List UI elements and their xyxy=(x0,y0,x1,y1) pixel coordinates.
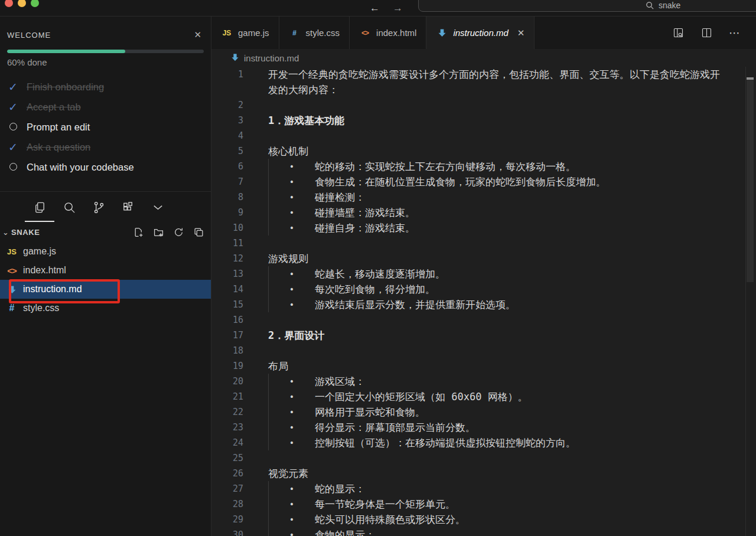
file-tree: JSgame.js<>index.htmlinstruction.md#styl… xyxy=(0,242,211,318)
file-tree-item-instruction-md[interactable]: instruction.md xyxy=(0,280,211,299)
line-text: 每一节蛇身体是一个矩形单元。 xyxy=(315,498,455,511)
line-number: 7 xyxy=(211,177,243,187)
onboarding-item[interactable]: Prompt an edit xyxy=(7,117,204,137)
code-line: 29•蛇头可以用特殊颜色或形状区分。 xyxy=(211,512,756,527)
line-number: 11 xyxy=(211,238,243,249)
line-text: 蛇的移动：实现蛇按上下左右方向键移动，每次移动一格。 xyxy=(315,160,576,174)
navigate-forward-icon[interactable]: → xyxy=(393,2,403,14)
onboarding-item[interactable]: ✓Accept a tab xyxy=(7,97,204,117)
code-line: 16 xyxy=(211,312,756,328)
line-text: 蛇的显示： xyxy=(315,482,365,496)
code-line: 30•食物的显示： xyxy=(211,527,756,536)
breadcrumb[interactable]: instruction.md xyxy=(211,49,756,67)
refresh-icon[interactable] xyxy=(174,227,184,237)
check-icon: ✓ xyxy=(7,140,19,154)
line-text: 碰撞墙壁：游戏结束。 xyxy=(315,206,415,220)
tab-game-js[interactable]: JSgame.js xyxy=(211,17,279,49)
line-number: 8 xyxy=(211,192,243,202)
line-number: 16 xyxy=(211,315,243,325)
new-file-icon[interactable] xyxy=(133,227,144,237)
markdown-file-icon xyxy=(231,53,239,63)
file-name: style.css xyxy=(23,303,59,313)
html-file-icon: <> xyxy=(6,266,18,276)
tab-style-css[interactable]: #style.css xyxy=(279,17,350,49)
explorer-view-icon[interactable] xyxy=(25,192,54,223)
line-text: 得分显示：屏幕顶部显示当前分数。 xyxy=(315,421,475,434)
line-text: 布局 xyxy=(268,359,288,373)
command-center-searchbox[interactable]: snake xyxy=(418,0,756,12)
bullet-icon: • xyxy=(269,438,315,447)
line-text: 控制按钮（可选）：在移动端提供虚拟按钮控制蛇的方向。 xyxy=(315,436,576,450)
close-tab-icon[interactable]: ✕ xyxy=(517,28,525,38)
line-number: 28 xyxy=(211,499,243,509)
onboarding-item[interactable]: Chat with your codebase xyxy=(7,157,204,177)
line-text: 发的大纲内容： xyxy=(268,83,338,97)
line-number: 1 xyxy=(211,69,243,80)
editor-group: JSgame.js#style.css<>index.htmlinstructi… xyxy=(211,17,756,536)
bullet-icon: • xyxy=(269,407,315,417)
activity-bar xyxy=(0,192,211,223)
progress-fill xyxy=(7,50,125,53)
onboarding-item-label: Ask a question xyxy=(27,142,90,153)
bullet-icon: • xyxy=(269,499,315,509)
file-tree-item-game-js[interactable]: JSgame.js xyxy=(0,242,211,261)
tab-instruction-md[interactable]: instruction.md✕ xyxy=(426,17,535,49)
line-number: 18 xyxy=(211,345,243,356)
tab-label: index.html xyxy=(376,28,416,38)
line-text: 蛇越长，移动速度逐渐增加。 xyxy=(315,267,445,281)
source-control-icon[interactable] xyxy=(84,192,113,223)
line-text: 游戏规则 xyxy=(268,252,308,266)
split-editor-icon[interactable] xyxy=(700,27,713,39)
explorer-panel: ⌄ SNAKE JSgame.js<>index.htmlinstruction… xyxy=(0,223,211,318)
line-number: 6 xyxy=(211,161,243,172)
code-line: 8•碰撞检测： xyxy=(211,189,756,205)
onboarding-item[interactable]: ✓Finish onboarding xyxy=(7,77,204,97)
search-view-icon[interactable] xyxy=(54,192,84,223)
code-line: 31．游戏基本功能 xyxy=(211,113,756,128)
tab-label: instruction.md xyxy=(453,28,508,38)
code-line: 23•得分显示：屏幕顶部显示当前分数。 xyxy=(211,420,756,435)
code-line: 2 xyxy=(211,97,756,113)
onboarding-item[interactable]: ✓Ask a question xyxy=(7,137,204,157)
maximize-window-icon[interactable] xyxy=(31,0,39,7)
file-tree-item-index-html[interactable]: <>index.html xyxy=(0,261,211,280)
code-line: 11 xyxy=(211,236,756,251)
line-text: 蛇头可以用特殊颜色或形状区分。 xyxy=(315,513,465,527)
line-text: 2．界面设计 xyxy=(268,329,324,342)
extensions-icon[interactable] xyxy=(113,192,143,223)
js-file-icon: JS xyxy=(6,247,18,256)
css-file-icon: # xyxy=(6,303,18,313)
line-number: 25 xyxy=(211,453,243,463)
line-text: 食物生成：在随机位置生成食物，玩家的蛇吃到食物后长度增加。 xyxy=(315,175,606,189)
open-preview-icon[interactable] xyxy=(672,27,685,39)
line-number: 14 xyxy=(211,284,243,295)
section-chevron-icon[interactable]: ⌄ xyxy=(2,228,9,237)
line-text: 游戏结束后显示分数，并提供重新开始选项。 xyxy=(315,298,516,312)
line-number: 30 xyxy=(211,530,243,536)
tab-index-html[interactable]: <>index.html xyxy=(350,17,426,49)
window-controls xyxy=(5,0,39,7)
close-icon[interactable]: ✕ xyxy=(191,30,204,40)
chevron-down-icon[interactable] xyxy=(143,192,172,223)
welcome-title: WELCOME xyxy=(7,31,51,40)
line-number: 17 xyxy=(211,330,243,341)
file-tree-item-style-css[interactable]: #style.css xyxy=(0,299,211,318)
new-folder-icon[interactable] xyxy=(154,227,164,237)
minimize-window-icon[interactable] xyxy=(18,0,26,7)
html-file-icon: <> xyxy=(359,29,371,37)
onboarding-item-label: Finish onboarding xyxy=(27,81,104,93)
code-line: 10•碰撞自身：游戏结束。 xyxy=(211,220,756,236)
scrollbar-thumb[interactable] xyxy=(747,80,754,282)
collapse-all-icon[interactable] xyxy=(194,227,204,237)
code-editor[interactable]: 1开发一个经典的贪吃蛇游戏需要设计多个方面的内容，包括功能、界面、交互等。以下是… xyxy=(211,67,756,536)
navigate-back-icon[interactable]: ← xyxy=(370,2,380,14)
more-actions-icon[interactable]: ⋯ xyxy=(729,26,741,40)
line-text: 核心机制 xyxy=(268,145,308,158)
progress-label: 60% done xyxy=(7,57,204,67)
line-number: 9 xyxy=(211,207,243,218)
bullet-icon: • xyxy=(269,484,315,493)
explorer-section-title[interactable]: SNAKE xyxy=(11,228,133,237)
js-file-icon: JS xyxy=(221,29,233,37)
close-window-icon[interactable] xyxy=(5,0,13,7)
check-icon: ✓ xyxy=(7,100,19,114)
